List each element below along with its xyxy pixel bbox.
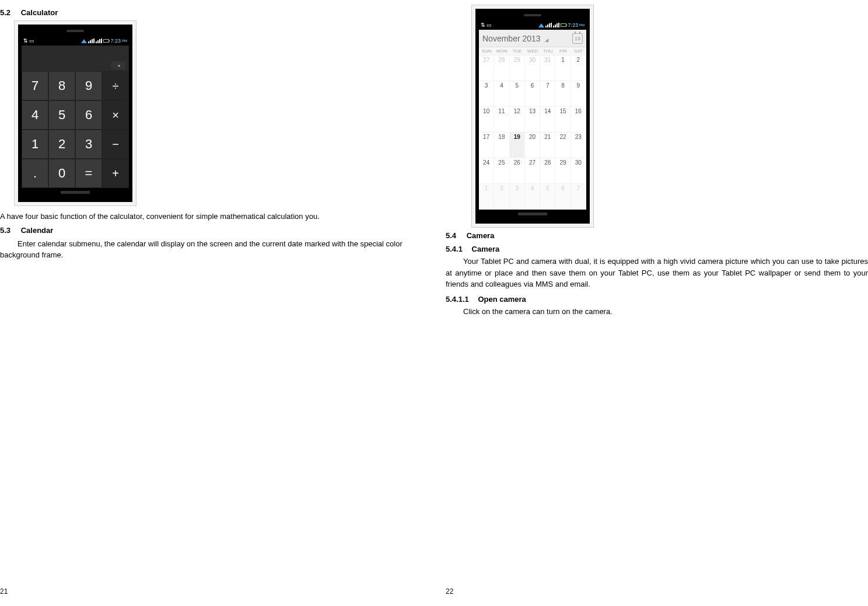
dropdown-caret-icon: ◢: [545, 37, 548, 43]
calendar-day-cell[interactable]: 3: [479, 81, 494, 107]
calendar-day-cell[interactable]: 13: [525, 107, 540, 133]
calendar-day-cell[interactable]: 30: [525, 55, 540, 81]
usb-icon: ⇅: [23, 38, 28, 44]
battery-icon: [561, 23, 566, 27]
calendar-day-cell[interactable]: 23: [571, 133, 586, 158]
calendar-day-cell[interactable]: 29: [555, 158, 570, 184]
card-icon: ▭: [487, 22, 492, 28]
calendar-day-cell[interactable]: 3: [510, 184, 525, 210]
calendar-screenshot: ⇅ ▭ 7:23 PM: [471, 5, 594, 228]
calculator-keypad: 789÷456×123−.0=+: [22, 71, 129, 188]
signal-icon-2: [96, 39, 102, 43]
calendar-day-cell[interactable]: 19: [510, 133, 525, 158]
signal-icon: [545, 23, 552, 27]
calendar-day-cell[interactable]: 28: [540, 158, 555, 184]
calendar-day-cell[interactable]: 20: [525, 133, 540, 158]
calendar-day-cell[interactable]: 21: [540, 133, 555, 158]
calendar-day-cell[interactable]: 24: [479, 158, 494, 184]
usb-icon: ⇅: [481, 22, 485, 28]
backspace-icon[interactable]: ×: [113, 61, 125, 69]
calendar-day-cell[interactable]: 15: [555, 107, 570, 133]
calendar-header: November 2013 ◢ 19: [479, 30, 586, 47]
section-number: 5.4: [446, 231, 456, 240]
page-number: 21: [0, 587, 8, 595]
home-bar: [61, 191, 90, 194]
calc-digit-key[interactable]: =: [75, 159, 102, 188]
calendar-day-cell[interactable]: 14: [540, 107, 555, 133]
calendar-day-cell[interactable]: 2: [494, 184, 509, 210]
calc-operator-key[interactable]: −: [102, 130, 129, 159]
calendar-day-cell[interactable]: 30: [571, 158, 586, 184]
calendar-day-cell[interactable]: 26: [510, 158, 525, 184]
calendar-day-cell[interactable]: 31: [540, 55, 555, 81]
today-icon[interactable]: 19: [572, 33, 583, 44]
calc-operator-key[interactable]: ×: [102, 100, 129, 130]
calendar-day-cell[interactable]: 7: [571, 184, 586, 210]
status-bar: ⇅ ▭ 7:23 PM: [22, 36, 129, 46]
calendar-day-cell[interactable]: 4: [525, 184, 540, 210]
calendar-dow-cell: THU: [540, 47, 555, 55]
section-5-4-1-1-heading: 5.4.1.1 Open camera: [446, 295, 868, 304]
calc-operator-key[interactable]: +: [102, 159, 129, 188]
section-title: Calculator: [21, 8, 58, 17]
calc-digit-key[interactable]: 0: [48, 159, 75, 188]
calendar-day-cell[interactable]: 25: [494, 158, 509, 184]
signal-icon-2: [553, 23, 559, 27]
section-5-4-1-text: Your Tablet PC and camera with dual, it …: [446, 256, 868, 290]
calendar-day-cell[interactable]: 6: [525, 81, 540, 107]
calendar-day-cell[interactable]: 28: [494, 55, 509, 81]
calc-digit-key[interactable]: 1: [22, 130, 48, 159]
calendar-day-cell[interactable]: 29: [510, 55, 525, 81]
section-5-2-heading: 5.2 Calculator: [0, 8, 422, 17]
calendar-day-cell[interactable]: 10: [479, 107, 494, 133]
calendar-day-cell[interactable]: 27: [525, 158, 540, 184]
page-number: 22: [446, 587, 453, 595]
calendar-day-cell[interactable]: 12: [510, 107, 525, 133]
calendar-day-cell[interactable]: 18: [494, 133, 509, 158]
calc-digit-key[interactable]: 4: [22, 100, 48, 130]
calendar-dow-cell: TUE: [510, 47, 525, 55]
calendar-day-cell[interactable]: 27: [479, 55, 494, 81]
calc-digit-key[interactable]: 3: [75, 130, 102, 159]
section-number: 5.4.1.1: [446, 295, 469, 304]
calendar-day-cell[interactable]: 5: [540, 184, 555, 210]
calc-digit-key[interactable]: 8: [48, 71, 75, 100]
section-number: 5.4.1: [446, 245, 463, 253]
section-5-2-text: A have four basic function of the calcul…: [0, 211, 422, 222]
calc-digit-key[interactable]: 9: [75, 71, 102, 100]
calendar-day-cell[interactable]: 4: [494, 81, 509, 107]
calendar-grid: 2728293031123456789101112131415161718192…: [479, 55, 586, 210]
calendar-dow-cell: SUN: [479, 47, 494, 55]
calendar-day-cell[interactable]: 9: [571, 81, 586, 107]
page-22: ⇅ ▭ 7:23 PM: [434, 0, 868, 606]
calendar-dow-cell: FRI: [555, 47, 570, 55]
status-bar: ⇅ ▭ 7:23 PM: [479, 20, 586, 30]
calc-operator-key[interactable]: ÷: [102, 71, 129, 100]
section-5-4-heading: 5.4 Camera: [446, 231, 868, 240]
section-5-3-text: Enter calendar submenu, the calendar wil…: [0, 238, 422, 261]
wifi-icon: [538, 23, 544, 27]
calendar-day-cell[interactable]: 8: [555, 81, 570, 107]
calendar-day-cell[interactable]: 16: [571, 107, 586, 133]
section-title: Camera: [467, 231, 495, 240]
calendar-day-cell[interactable]: 22: [555, 133, 570, 158]
calendar-day-cell[interactable]: 7: [540, 81, 555, 107]
calc-digit-key[interactable]: 6: [75, 100, 102, 130]
calendar-title[interactable]: November 2013: [482, 34, 541, 43]
calc-digit-key[interactable]: 5: [48, 100, 75, 130]
status-pm: PM: [579, 23, 584, 27]
calendar-day-cell[interactable]: 5: [510, 81, 525, 107]
card-icon: ▭: [29, 38, 34, 44]
calculator-screenshot: ⇅ ▭ 7:23 PM ×: [14, 20, 136, 206]
calendar-day-cell[interactable]: 2: [571, 55, 586, 81]
calendar-day-cell[interactable]: 6: [555, 184, 570, 210]
calc-digit-key[interactable]: 7: [22, 71, 48, 100]
calendar-day-cell[interactable]: 17: [479, 133, 494, 158]
calc-digit-key[interactable]: 2: [48, 130, 75, 159]
section-5-3-heading: 5.3 Calendar: [0, 226, 422, 235]
calendar-day-cell[interactable]: 1: [479, 184, 494, 210]
calendar-day-cell[interactable]: 1: [555, 55, 570, 81]
calendar-day-cell[interactable]: 11: [494, 107, 509, 133]
calc-digit-key[interactable]: .: [22, 159, 48, 188]
calendar-dow-cell: SAT: [571, 47, 586, 55]
